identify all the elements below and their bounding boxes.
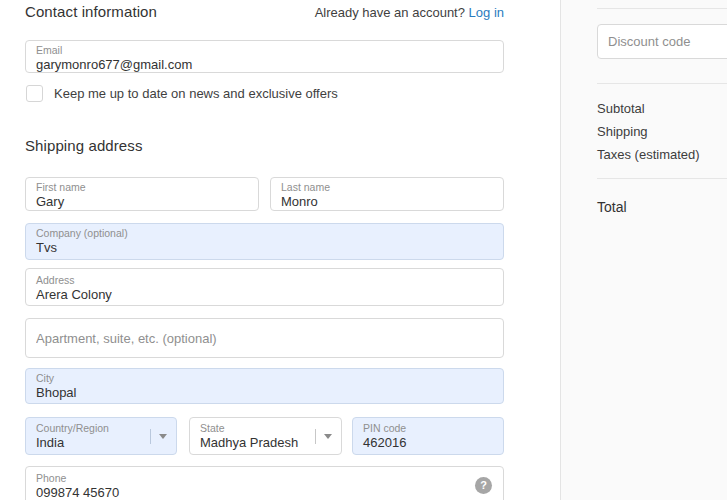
subtotal-label: Subtotal (597, 101, 645, 116)
contact-heading: Contact information (25, 3, 157, 20)
email-label: Email (36, 44, 493, 57)
address-label: Address (36, 274, 493, 287)
phone-value: 099874 45670 (36, 485, 493, 500)
company-field[interactable]: Company (optional) Tvs (25, 223, 504, 260)
last-name-label: Last name (281, 181, 493, 194)
country-value: India (36, 435, 166, 451)
summary-divider-top (597, 8, 727, 9)
address-value: Arera Colony (36, 287, 493, 303)
phone-label: Phone (36, 472, 493, 485)
email-value: garymonro677@gmail.com (36, 57, 493, 73)
login-link[interactable]: Log in (469, 5, 504, 20)
last-name-field[interactable]: Last name Monro (270, 177, 504, 211)
pin-code-label: PIN code (363, 422, 493, 435)
first-name-field[interactable]: First name Gary (25, 177, 259, 211)
apartment-input[interactable] (25, 318, 504, 358)
newsletter-checkbox[interactable] (26, 85, 43, 102)
first-name-value: Gary (36, 194, 248, 210)
country-label: Country/Region (36, 422, 166, 435)
city-field[interactable]: City Bhopal (25, 368, 504, 404)
pin-code-value: 462016 (363, 435, 493, 451)
account-prompt-text: Already have an account? (315, 5, 465, 20)
shipping-heading: Shipping address (25, 137, 143, 154)
chevron-down-icon (324, 434, 332, 439)
total-label: Total (597, 199, 627, 215)
account-prompt: Already have an account? Log in (315, 5, 504, 20)
chevron-separator (150, 429, 151, 444)
newsletter-row: Keep me up to date on news and exclusive… (26, 85, 338, 102)
summary-divider-bottom (597, 178, 727, 179)
taxes-label: Taxes (estimated) (597, 147, 700, 162)
pin-code-field[interactable]: PIN code 462016 (352, 417, 504, 455)
email-field[interactable]: Email garymonro677@gmail.com (25, 40, 504, 73)
state-chevron-box[interactable] (315, 418, 341, 454)
contact-header-row: Contact information Already have an acco… (25, 3, 504, 20)
last-name-value: Monro (281, 194, 493, 210)
checkout-form: Contact information Already have an acco… (25, 0, 504, 500)
city-value: Bhopal (36, 385, 493, 401)
company-label: Company (optional) (36, 227, 493, 240)
address-field[interactable]: Address Arera Colony (25, 268, 504, 306)
newsletter-label: Keep me up to date on news and exclusive… (54, 86, 338, 101)
summary-divider-middle (597, 83, 727, 84)
chevron-separator (315, 429, 316, 444)
city-label: City (36, 372, 493, 385)
chevron-down-icon (159, 434, 167, 439)
state-label: State (200, 422, 331, 435)
company-value: Tvs (36, 240, 493, 256)
discount-code-input[interactable] (597, 24, 727, 59)
order-summary-sidebar: Subtotal Shipping Taxes (estimated) Tota… (560, 0, 727, 500)
help-icon[interactable]: ? (475, 477, 492, 494)
shipping-cost-label: Shipping (597, 124, 648, 139)
state-select[interactable]: State Madhya Pradesh (189, 417, 342, 455)
country-select[interactable]: Country/Region India (25, 417, 177, 455)
state-value: Madhya Pradesh (200, 435, 331, 451)
phone-field[interactable]: Phone 099874 45670 ? (25, 466, 504, 500)
first-name-label: First name (36, 181, 248, 194)
country-chevron-box[interactable] (150, 418, 176, 454)
